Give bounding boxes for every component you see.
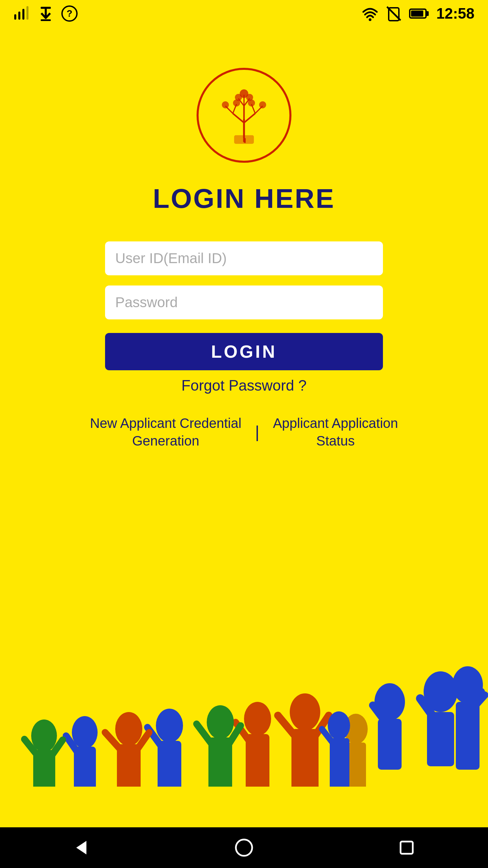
institution-logo: ॥: [207, 78, 281, 153]
bottom-links: New Applicant CredentialGeneration | App…: [90, 414, 398, 450]
download-icon: [37, 5, 54, 22]
svg-point-63: [72, 716, 98, 749]
svg-point-45: [290, 693, 320, 731]
wifi-icon: [362, 5, 379, 22]
svg-rect-80: [401, 842, 413, 854]
question-icon: ?: [61, 5, 78, 22]
svg-rect-14: [426, 11, 429, 16]
forgot-password-link[interactable]: Forgot Password ?: [181, 377, 306, 394]
separator: |: [255, 422, 259, 442]
login-form: LOGIN: [105, 241, 383, 370]
main-content: ॥ LOGIN HERE LOGIN Forgot Password ? New…: [0, 27, 488, 450]
svg-text:?: ?: [66, 8, 72, 19]
logo-container: ॥: [197, 68, 291, 163]
login-button[interactable]: LOGIN: [105, 333, 383, 370]
svg-rect-77: [0, 787, 488, 827]
password-input[interactable]: [105, 285, 383, 319]
svg-point-26: [222, 102, 228, 108]
bottom-navigation: [0, 827, 488, 868]
svg-point-79: [236, 840, 252, 856]
svg-line-17: [244, 114, 255, 123]
svg-point-49: [244, 702, 271, 736]
svg-point-32: [240, 90, 248, 97]
svg-point-52: [207, 705, 234, 739]
recent-apps-button[interactable]: [395, 836, 419, 860]
svg-point-59: [115, 712, 142, 746]
new-applicant-link[interactable]: New Applicant CredentialGeneration: [90, 414, 241, 450]
svg-text:॥: ॥: [243, 137, 246, 142]
no-sim-icon: [385, 5, 402, 22]
application-status-link[interactable]: Applicant ApplicationStatus: [273, 414, 398, 450]
time-display: 12:58: [436, 5, 474, 22]
svg-line-16: [233, 114, 244, 123]
signal-icon: [14, 5, 30, 22]
login-title: LOGIN HERE: [153, 183, 335, 214]
svg-point-28: [260, 102, 266, 108]
email-input[interactable]: [105, 241, 383, 275]
status-bar: ? 12:58: [0, 0, 488, 27]
svg-point-9: [369, 18, 371, 21]
status-bar-right: 12:58: [362, 5, 474, 22]
svg-marker-78: [76, 841, 86, 854]
status-bar-left: ?: [14, 5, 78, 22]
svg-point-56: [156, 709, 183, 743]
home-button[interactable]: [232, 836, 256, 860]
svg-point-74: [328, 711, 350, 740]
battery-icon: [409, 5, 429, 22]
back-button[interactable]: [69, 836, 93, 860]
svg-rect-6: [41, 19, 51, 21]
crowd-illustration: [0, 624, 488, 827]
svg-rect-13: [411, 11, 423, 17]
